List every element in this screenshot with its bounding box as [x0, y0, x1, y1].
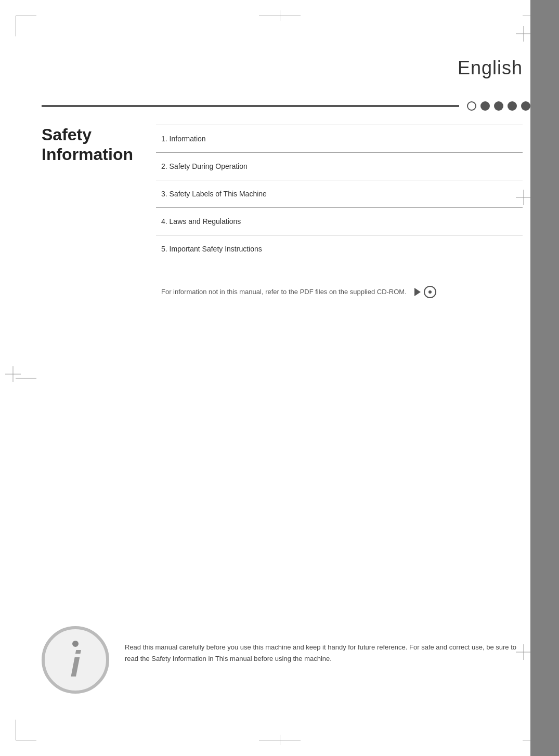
toc-item-1[interactable]: 1. Information — [156, 125, 523, 152]
toc-label-2: Safety During Operation — [170, 162, 248, 170]
info-text: Read this manual carefully before you us… — [125, 626, 523, 665]
toc-item-2[interactable]: 2. Safety During Operation — [156, 152, 523, 180]
title-section: Safety Information — [42, 125, 146, 165]
dots-container — [467, 101, 530, 111]
toc-label-3: Safety Labels of This Machine — [170, 190, 267, 198]
toc-label-5: Important Safety Instructions — [170, 245, 262, 253]
cd-circle-icon — [424, 286, 436, 298]
cdrom-note: For information not in this manual, refe… — [156, 278, 523, 306]
language-label: English — [458, 57, 523, 79]
toc-number-3: 3. — [161, 190, 170, 198]
dot-3 — [494, 101, 503, 111]
dot-5 — [521, 101, 530, 111]
reg-mark-bottom-left — [16, 720, 36, 740]
play-arrow-icon — [414, 288, 421, 296]
dot-4 — [508, 101, 517, 111]
dot-2 — [480, 101, 490, 111]
toc-label-4: Laws and Regulations — [170, 217, 241, 226]
toc-item-5[interactable]: 5. Important Safety Instructions — [156, 235, 523, 262]
info-section: i Read this manual carefully before you … — [42, 626, 523, 694]
dot-1 — [467, 101, 476, 111]
toc-number-4: 4. — [161, 217, 170, 226]
dots-bar — [42, 101, 530, 111]
cdrom-icon — [414, 286, 436, 298]
toc-label-1: Information — [170, 135, 206, 143]
toc-number-5: 5. — [161, 245, 170, 253]
info-letter-icon: i — [70, 646, 80, 682]
info-icon-container: i — [42, 626, 109, 694]
right-sidebar — [530, 0, 559, 756]
bottom-center-mark — [259, 740, 301, 740]
title-line1: Safety — [42, 125, 146, 144]
toc-number-2: 2. — [161, 162, 170, 170]
reg-mark-top-left — [16, 16, 36, 36]
top-center-mark — [259, 16, 301, 16]
cd-dot-icon — [428, 290, 432, 294]
toc-item-3[interactable]: 3. Safety Labels of This Machine — [156, 180, 523, 207]
toc-item-4[interactable]: 4. Laws and Regulations — [156, 207, 523, 235]
toc-number-1: 1. — [161, 135, 170, 143]
toc-section: 1. Information 2. Safety During Operatio… — [156, 125, 523, 306]
title-line2: Information — [42, 144, 146, 164]
info-circle-icon: i — [42, 626, 109, 694]
cdrom-text: For information not in this manual, refe… — [161, 287, 407, 297]
left-mid-mark — [16, 378, 36, 378]
dots-bar-line — [42, 105, 459, 107]
